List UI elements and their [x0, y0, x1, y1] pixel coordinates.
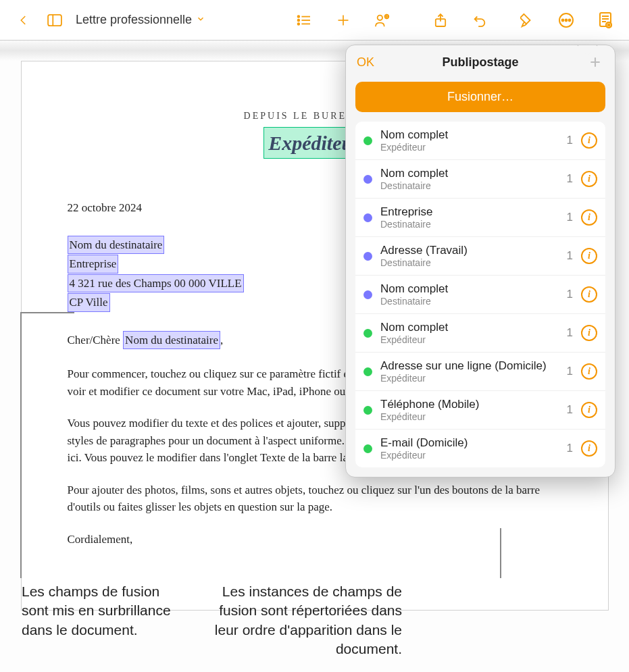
field-name: Téléphone (Mobile): [380, 398, 559, 411]
info-icon[interactable]: i: [581, 363, 597, 380]
document-title-block[interactable]: Lettre professionnelle: [76, 13, 205, 27]
ok-button[interactable]: OK: [357, 55, 374, 70]
greeting-prefix: Cher/Chère: [68, 334, 124, 346]
field-subtitle: Destinataire: [380, 257, 559, 268]
merge-field-recipient-name[interactable]: Nom du destinataire: [68, 236, 165, 255]
sender-dot-icon: [363, 444, 372, 453]
document-title: Lettre professionnelle: [76, 13, 192, 27]
info-icon[interactable]: i: [581, 171, 597, 187]
callout-line-left-h: [20, 312, 74, 313]
field-count: 1: [567, 365, 573, 378]
field-count: 1: [567, 134, 573, 147]
back-button[interactable]: [11, 7, 36, 33]
field-count: 1: [567, 442, 573, 455]
document-options-icon[interactable]: [593, 7, 618, 33]
field-text: Adresse sur une ligne (Domicile)Expédite…: [380, 359, 559, 384]
info-icon[interactable]: i: [581, 325, 597, 341]
share-button[interactable]: [428, 7, 453, 33]
field-name: Nom complet: [380, 128, 559, 142]
recipient-dot-icon: [363, 252, 372, 261]
field-row[interactable]: E-mail (Domicile)Expéditeur1i: [355, 430, 605, 467]
field-count: 1: [567, 249, 573, 263]
field-text: Nom completExpéditeur: [380, 321, 559, 345]
merge-field-address[interactable]: 4 321 rue des Champs 00 000 VILLE: [68, 274, 244, 293]
recipient-dot-icon: [363, 213, 372, 222]
svg-point-26: [608, 24, 610, 26]
toolbar: Lettre professionnelle: [0, 0, 629, 41]
field-count: 1: [567, 211, 573, 224]
field-subtitle: Expéditeur: [380, 373, 559, 384]
field-list: Nom completExpéditeur1iNom completDestin…: [355, 122, 605, 467]
closing: Cordialement,: [68, 531, 562, 548]
paragraph-3: Pour ajouter des photos, films, sons et …: [68, 482, 562, 516]
field-count: 1: [567, 403, 573, 417]
info-icon[interactable]: i: [581, 209, 597, 226]
field-subtitle: Expéditeur: [380, 450, 559, 461]
merge-field-company[interactable]: Entreprise: [68, 255, 119, 274]
field-subtitle: Expéditeur: [380, 411, 559, 422]
merge-button[interactable]: Fusionner…: [355, 82, 605, 112]
field-name: Nom complet: [380, 321, 559, 334]
merge-field-city[interactable]: CP Ville: [68, 293, 110, 312]
callout-line-right-v: [500, 528, 501, 578]
field-row[interactable]: Nom completExpéditeur1i: [355, 122, 605, 160]
svg-point-19: [569, 19, 571, 21]
field-subtitle: Expéditeur: [380, 142, 559, 153]
callout-left: Les champs de fusion sont mis en surbril…: [22, 582, 177, 640]
field-subtitle: Expéditeur: [380, 334, 559, 345]
field-count: 1: [567, 326, 573, 340]
svg-point-4: [298, 19, 300, 21]
callout-line-left-v: [20, 312, 22, 578]
recipient-dot-icon: [363, 290, 372, 299]
add-field-button[interactable]: [586, 53, 604, 71]
svg-point-18: [565, 19, 568, 21]
svg-point-17: [562, 19, 564, 21]
sidebar-toggle-icon[interactable]: [42, 7, 68, 33]
undo-button[interactable]: [467, 7, 493, 33]
svg-point-2: [298, 16, 300, 18]
field-row[interactable]: Nom completDestinataire1i: [355, 160, 605, 199]
mail-merge-popover: OK Publipostage Fusionner… Nom completEx…: [345, 45, 615, 477]
info-icon[interactable]: i: [581, 402, 597, 418]
more-button[interactable]: [553, 7, 579, 33]
field-count: 1: [567, 172, 573, 186]
sender-dot-icon: [363, 329, 372, 338]
field-row[interactable]: EntrepriseDestinataire1i: [355, 199, 605, 237]
insert-button[interactable]: [330, 7, 356, 33]
popover-title: Publipostage: [346, 55, 615, 70]
info-icon[interactable]: i: [581, 248, 597, 264]
collaborate-icon[interactable]: [370, 7, 395, 33]
svg-point-6: [298, 23, 300, 25]
merge-field-recipient-name-2[interactable]: Nom du destinataire: [123, 331, 220, 350]
field-text: Nom completDestinataire: [380, 167, 559, 191]
field-text: Téléphone (Mobile)Expéditeur: [380, 398, 559, 422]
info-icon[interactable]: i: [581, 132, 597, 149]
field-subtitle: Destinataire: [380, 296, 559, 307]
field-row[interactable]: Nom completExpéditeur1i: [355, 314, 605, 353]
field-name: Adresse (Travail): [380, 244, 559, 257]
sender-dot-icon: [363, 406, 372, 415]
format-brush-icon[interactable]: [514, 7, 540, 33]
svg-point-10: [378, 15, 382, 20]
field-subtitle: Destinataire: [380, 219, 559, 230]
field-text: E-mail (Domicile)Expéditeur: [380, 436, 559, 461]
field-name: Nom complet: [380, 282, 559, 296]
info-icon[interactable]: i: [581, 286, 597, 303]
outline-icon[interactable]: [291, 7, 317, 33]
recipient-dot-icon: [363, 175, 372, 184]
field-row[interactable]: Nom completDestinataire1i: [355, 276, 605, 314]
field-row[interactable]: Adresse (Travail)Destinataire1i: [355, 237, 605, 276]
field-text: Nom completDestinataire: [380, 282, 559, 307]
svg-rect-0: [48, 14, 61, 25]
sender-dot-icon: [363, 367, 372, 376]
callout-right: Les instances de champs de fusion sont r…: [193, 582, 402, 658]
chevron-down-icon: [196, 14, 205, 26]
field-text: Adresse (Travail)Destinataire: [380, 244, 559, 268]
info-icon[interactable]: i: [581, 440, 597, 457]
field-count: 1: [567, 288, 573, 301]
field-name: Entreprise: [380, 205, 559, 219]
field-name: E-mail (Domicile): [380, 436, 559, 450]
field-row[interactable]: Téléphone (Mobile)Expéditeur1i: [355, 391, 605, 430]
field-row[interactable]: Adresse sur une ligne (Domicile)Expédite…: [355, 353, 605, 391]
field-name: Adresse sur une ligne (Domicile): [380, 359, 559, 373]
